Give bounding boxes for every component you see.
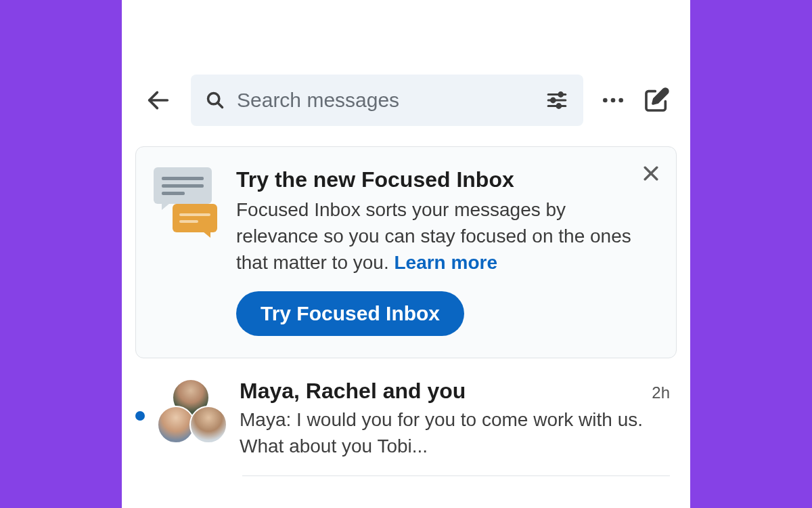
avatar-cluster (157, 379, 227, 445)
svg-point-10 (611, 98, 616, 103)
divider (242, 475, 670, 476)
conversation-preview: Maya: I would you for you to come work w… (240, 406, 670, 459)
promo-body: Try the new Focused Inbox Focused Inbox … (236, 167, 658, 336)
focused-inbox-promo: Try the new Focused Inbox Focused Inbox … (135, 146, 677, 358)
svg-point-8 (557, 104, 561, 108)
sliders-icon (545, 89, 568, 112)
promo-text: Focused Inbox sorts your messages by rel… (236, 196, 631, 276)
svg-line-2 (218, 103, 223, 108)
compose-icon (643, 87, 670, 114)
compose-button[interactable] (643, 87, 670, 114)
svg-point-11 (618, 98, 623, 103)
try-focused-inbox-button[interactable]: Try Focused Inbox (236, 291, 464, 336)
conversation-time: 2h (652, 383, 670, 402)
svg-point-6 (551, 98, 556, 102)
svg-point-4 (559, 93, 563, 97)
conversation-header: Maya, Rachel and you 2h (240, 379, 670, 404)
chat-bubbles-icon (154, 167, 221, 242)
avatar (189, 406, 227, 444)
header-bar (122, 75, 690, 126)
unread-indicator (135, 411, 145, 421)
more-horizontal-icon (600, 87, 627, 114)
learn-more-link[interactable]: Learn more (394, 252, 497, 273)
svg-point-9 (603, 98, 608, 103)
conversation-body: Maya, Rachel and you 2h Maya: I would yo… (240, 379, 670, 459)
conversation-row[interactable]: Maya, Rachel and you 2h Maya: I would yo… (122, 358, 690, 475)
promo-close-button[interactable] (641, 163, 661, 186)
back-button[interactable] (142, 84, 175, 117)
close-icon (641, 163, 661, 184)
arrow-left-icon (145, 87, 172, 114)
messaging-panel: Try the new Focused Inbox Focused Inbox … (122, 0, 690, 508)
search-icon (206, 91, 225, 110)
more-button[interactable] (600, 87, 627, 114)
promo-title: Try the new Focused Inbox (236, 167, 631, 192)
filter-button[interactable] (545, 89, 568, 112)
search-input[interactable] (237, 89, 533, 112)
conversation-title: Maya, Rachel and you (240, 379, 466, 404)
search-bar[interactable] (191, 75, 583, 126)
